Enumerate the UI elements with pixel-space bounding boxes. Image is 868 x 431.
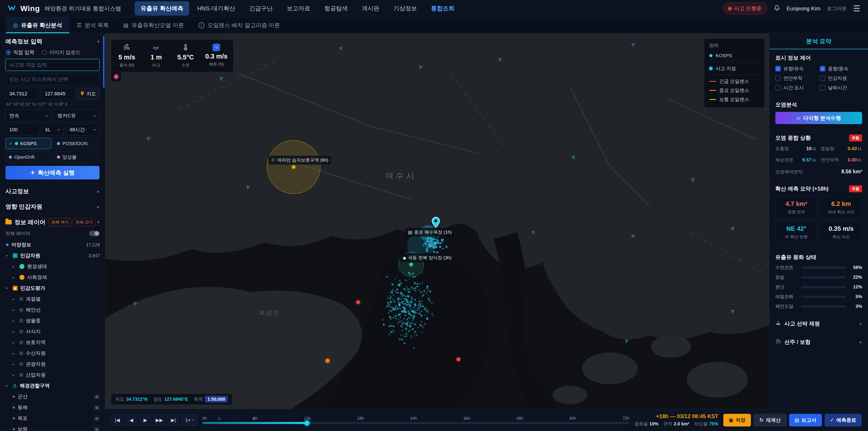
radio-image-upload[interactable]: 이미지 업로드 [42, 49, 81, 56]
spill-mode-select[interactable]: 연속▾ [5, 110, 51, 122]
checkbox-datetime[interactable]: ✓날짜시간 [820, 85, 862, 91]
model-chip-ensemble[interactable]: 앙상블 [54, 151, 99, 163]
accident-list-input[interactable] [5, 73, 99, 85]
layer-row-protected-area[interactable]: ▸보호지역 [4, 337, 102, 348]
chevron-right-icon: ▸ [13, 319, 17, 323]
fence-endpoint[interactable] [457, 358, 460, 361]
impacted-resources-section[interactable]: 영향 민감자원 ▸ [0, 199, 105, 214]
layer-row-tourism[interactable]: ▸관광자원 [4, 359, 102, 370]
chevron-down-icon: ▾ [6, 286, 10, 290]
nav-item-rescue[interactable]: 긴급구난 [243, 1, 278, 16]
tab-model-theory[interactable]: ▤ 유출유확산모델 이론 [116, 17, 191, 33]
unit-select[interactable]: kL▾ [41, 124, 63, 135]
tab-diffusion-analysis[interactable]: ◎ 유출유 확산분석 [6, 17, 69, 33]
nav-item-weather[interactable]: 기상정보 [388, 1, 423, 16]
timeline-handle[interactable] [305, 421, 309, 426]
radio-direct-input[interactable]: 직접 입력 [6, 49, 34, 56]
nav-item-integrated-search[interactable]: 통합조회 [425, 1, 460, 16]
checkbox-time[interactable]: ✓시간 표시 [775, 85, 817, 91]
latitude-input[interactable] [5, 88, 39, 100]
layer-row-coastline[interactable]: ▸해안선 [4, 304, 102, 315]
layer-row-seasonal[interactable]: ▸계절별 [4, 294, 102, 304]
logout-link[interactable]: 로그아웃 [827, 5, 847, 12]
all-layers-toggle[interactable] [89, 231, 99, 236]
accident-name-input[interactable] [5, 59, 99, 71]
save-button[interactable]: ▣저장 [723, 414, 751, 427]
nav-item-board[interactable]: 게시판 [356, 1, 385, 16]
run-prediction-button[interactable]: ✈ 확산예측 실행 [5, 166, 99, 180]
owner-insurance-section[interactable]: 선주 / 보험 ▸ [770, 333, 868, 351]
tab-boom-algorithm-theory[interactable]: i 오일펜스 배치 알고리즘 이론 [191, 17, 287, 33]
prediction-input-header[interactable]: 예측정보 입력 ▾ [5, 37, 99, 45]
layer-row-mokpo[interactable]: 목포▦ [4, 413, 102, 424]
layer-row-habitat[interactable]: ▸서식지 [4, 326, 102, 337]
all-layers-on-button[interactable]: 전체 켜기 [49, 218, 71, 226]
sidebar-scrollbar[interactable] [103, 36, 104, 88]
layer-icon [20, 351, 23, 355]
layer-row-fishery-resource[interactable]: ▸수산자원 [4, 348, 102, 359]
chevron-right-icon: ▸ [13, 340, 17, 345]
timeline-bookmark-icon[interactable]: ⚐ [252, 417, 255, 422]
polygon-analysis-button[interactable]: ▱ 다각형 분석수행 [775, 112, 862, 124]
checkbox-sensitive[interactable]: ✓민감자원 [820, 75, 862, 81]
nav-item-reports[interactable]: 보고자료 [281, 1, 316, 16]
layer-row-sensitivity-eval[interactable]: ▾ ▦ 민감도평가 [4, 283, 102, 294]
ship-spec-section[interactable]: 사고 선박 제원 ▸ [770, 315, 868, 333]
nav-item-oil-spill[interactable]: 유출유 확산예측 [135, 1, 189, 16]
duration-select[interactable]: 48시간▾ [66, 124, 99, 135]
all-layers-off-button[interactable]: 전체 끄기 [73, 218, 95, 226]
checkbox-wind[interactable]: ✓풍향/풍속 [820, 65, 862, 72]
model-chip-opendrift[interactable]: OpenDrift [5, 151, 51, 163]
checkbox-icon: ✓ [820, 85, 825, 90]
accident-info-section[interactable]: 사고정보 ▸ [0, 184, 105, 199]
spill-amount-input[interactable] [5, 124, 39, 135]
layer-row-socioeconomic[interactable]: ▸ 사회경제 [4, 272, 102, 283]
tab-analysis-list[interactable]: ☰ 분석 목록 [69, 17, 116, 33]
layer-row-donghae[interactable]: 동해▦ [4, 402, 102, 413]
layer-row-industry[interactable]: ▸산업자원 [4, 370, 102, 380]
step-back-button[interactable]: ◀ [125, 414, 137, 426]
map-style-button[interactable] [111, 71, 121, 82]
layer-row-sensitive[interactable]: ▾ ≈ 민감자원 3,947 [4, 250, 102, 261]
map-canvas[interactable]: ▼▼▼▼▼▼▼▼▼▼▼▼▼▼▼▼▼ [105, 33, 769, 409]
region-map-icon[interactable]: ▦ [94, 394, 100, 400]
incident-status-badge[interactable]: 사고 진행중 [723, 2, 767, 14]
layer-row-boryeong[interactable]: 보령▦ [4, 424, 102, 431]
timeline-bookmark-icon[interactable]: ⚐ [218, 417, 221, 422]
nav-item-hns[interactable]: HNS·대기확산 [191, 1, 241, 16]
menu-icon[interactable]: ☰ [853, 4, 860, 13]
pick-on-map-button[interactable]: 지도 [76, 88, 99, 100]
longitude-readout: 경도127.6845°E [153, 396, 188, 402]
end-prediction-button[interactable]: ✓예측종료 [825, 414, 862, 427]
region-map-icon[interactable]: ▦ [94, 404, 100, 411]
nav-item-aerial-search[interactable]: 항공탐색 [318, 1, 353, 16]
skip-end-button[interactable]: ▶| [167, 414, 179, 426]
oil-type-select[interactable]: 벙커C유▾ [54, 110, 99, 122]
model-chip-kosps[interactable]: ✓KOSPS [5, 138, 51, 149]
report-button[interactable]: ▤보고서 [789, 414, 822, 427]
fence-endpoint[interactable] [326, 359, 330, 363]
checkbox-shoreline[interactable]: ✓연안부착 [775, 75, 817, 81]
layer-row-eco[interactable]: ▸ 환경생태 [4, 261, 102, 272]
speed-select[interactable]: 1×▾ [182, 414, 197, 426]
region-map-icon[interactable]: ▦ [94, 415, 100, 422]
notification-bell-icon[interactable] [774, 4, 780, 13]
left-sidebar: 예측정보 입력 ▾ 직접 입력 이미지 업로드 지도 34° [0, 33, 105, 431]
layer-row-fishery[interactable]: 어장정보 17,129 [4, 239, 102, 250]
fast-forward-button[interactable]: ▶▶ [153, 414, 165, 426]
layer-row-species[interactable]: ▸생물종 [4, 315, 102, 326]
region-map-icon[interactable]: ▦ [94, 426, 100, 431]
incident-location-pin[interactable] [431, 217, 440, 229]
fence-endpoint[interactable] [356, 300, 360, 304]
skip-start-button[interactable]: |◀ [112, 414, 123, 426]
recalculate-button[interactable]: ↻재계산 [754, 414, 786, 427]
play-button[interactable]: ▶ [140, 414, 151, 426]
stat-evaporated: 증발량0.43kL [821, 146, 862, 154]
timeline-slider[interactable]: ⚐⚐ [202, 422, 629, 424]
layer-row-coastguard[interactable]: ▾ ⚓ 해경관할구역 [4, 380, 102, 391]
checkbox-current[interactable]: ✓유향/유속 [775, 65, 817, 72]
model-chip-poseidon[interactable]: POSEIDON [54, 138, 99, 149]
temperature-widget: 5.5°C 수온 [176, 43, 195, 68]
layer-row-gunsan[interactable]: 군산▦ [4, 391, 102, 402]
longitude-input[interactable] [41, 88, 74, 100]
